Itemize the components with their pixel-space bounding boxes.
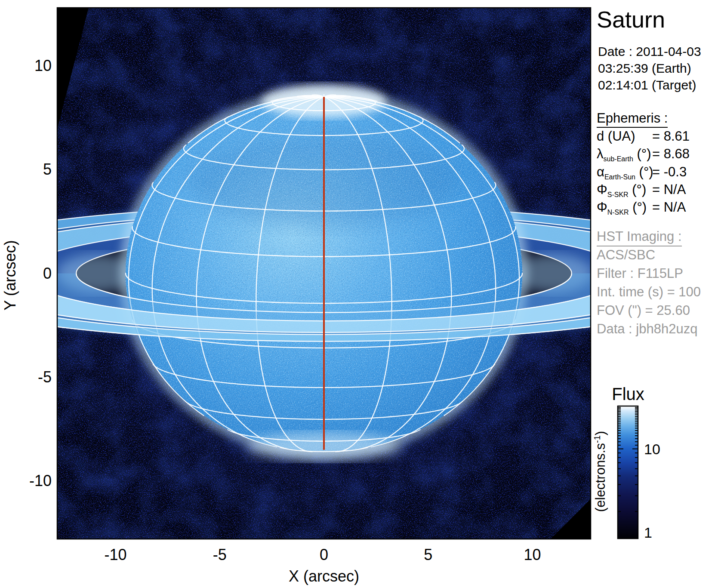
ephemeris-row: d (UA)= 8.61 xyxy=(597,129,690,144)
figure-canvas: -10-50510 1050-5-10 X (arcsec) Y (arcsec… xyxy=(0,0,721,588)
hst-saturn-figure: -10-50510 1050-5-10 X (arcsec) Y (arcsec… xyxy=(0,0,721,588)
ephemeris-rows: d (UA)= 8.61λsub-Earth (°)= 8.68αEarth-S… xyxy=(597,129,690,216)
ephemeris-row: λsub-Earth (°)= 8.68 xyxy=(597,146,690,163)
y-tick-label: -10 xyxy=(29,472,52,489)
y-axis-title: Y (arcsec) xyxy=(1,240,19,310)
y-tick-label: 10 xyxy=(34,57,52,74)
colorbar-tick-labels: 101 xyxy=(644,441,660,541)
hst-info-line: ACS/SBC xyxy=(597,247,655,262)
hst-info-line: Int. time (s) = 100 xyxy=(597,284,701,299)
hst-heading: HST Imaging : xyxy=(597,229,682,244)
colorbar-tick-label: 10 xyxy=(644,441,660,457)
hst-imaging-lines: ACS/SBCFilter : F115LPInt. time (s) = 10… xyxy=(597,247,701,336)
y-tick-label: 5 xyxy=(43,160,52,178)
colorbar-tick-label: 1 xyxy=(644,524,652,541)
y-tick-label: 0 xyxy=(43,265,52,282)
hst-info-line: Data : jbh8h2uzq xyxy=(597,321,697,336)
y-tick-label: -5 xyxy=(38,368,52,386)
ephemeris-row: ΦS-SKR (°)= N/A xyxy=(597,182,686,198)
time-earth-line: 03:25:39 (Earth) xyxy=(598,61,691,75)
date-line: Date : 2011-04-03 xyxy=(598,44,701,58)
x-tick-label: -10 xyxy=(105,546,127,563)
y-axis-tick-labels: 1050-5-10 xyxy=(29,57,52,489)
colorbar-gradient xyxy=(618,406,638,539)
time-target-line: 02:14:01 (Target) xyxy=(598,78,696,92)
ephemeris-row: αEarth-Sun (°)= -0.3 xyxy=(597,164,687,181)
x-tick-label: 10 xyxy=(524,546,541,563)
hst-info-line: FOV (") = 25.60 xyxy=(597,303,690,318)
x-tick-label: -5 xyxy=(213,546,227,563)
x-axis-tick-labels: -10-50510 xyxy=(105,546,541,563)
hst-info-line: Filter : F115LP xyxy=(597,266,683,281)
page-title: Saturn xyxy=(597,6,665,32)
x-axis-title: X (arcsec) xyxy=(289,567,359,585)
ephemeris-heading: Ephemeris : xyxy=(597,111,668,126)
colorbar-unit-label: (electrons.s-1) xyxy=(592,431,608,512)
x-tick-label: 0 xyxy=(320,546,328,563)
colorbar-title: Flux xyxy=(612,385,644,403)
ephemeris-row: ΦN-SKR (°)= N/A xyxy=(597,200,686,216)
x-tick-label: 5 xyxy=(424,546,432,563)
